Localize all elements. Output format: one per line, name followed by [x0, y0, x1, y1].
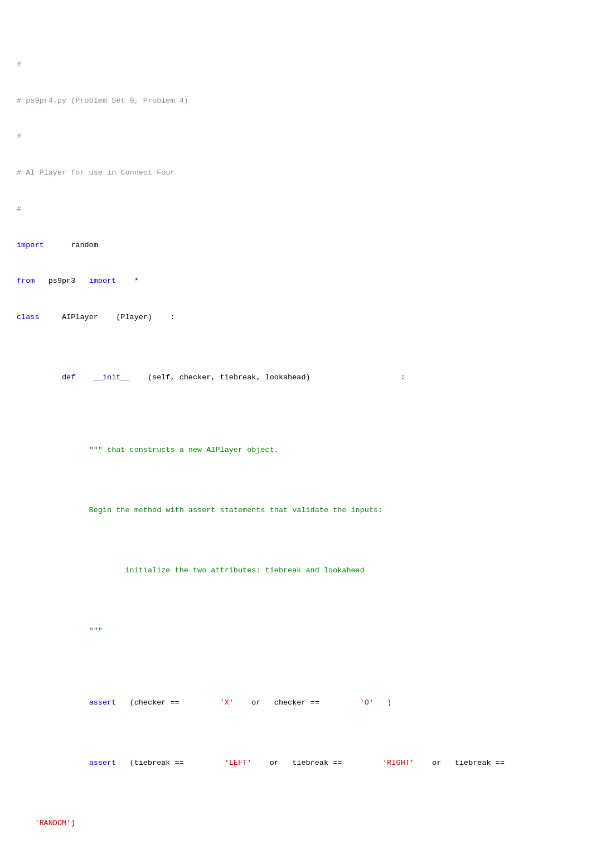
def-keyword: def — [62, 373, 75, 382]
line-14: assert (checker == 'X' or checker == 'O'… — [17, 685, 575, 721]
line-8: class AIPlayer (Player) : — [17, 311, 575, 324]
assert-keyword2: assert — [89, 759, 117, 767]
from-keyword: from — [17, 277, 35, 285]
comment: # AI Player for use in Connect Four — [17, 168, 175, 177]
line-2: # ps9pr4.py (Problem Set 9, Problem 4) — [17, 95, 575, 107]
line-13: """ — [17, 613, 575, 649]
code-editor: # # ps9pr4.py (Problem Set 9, Problem 4)… — [17, 22, 575, 868]
line-11: Begin the method with assert statements … — [17, 492, 575, 528]
docstring-body2: initialize the two attributes: tiebreak … — [35, 566, 364, 575]
line-9: def __init__ (self, checker, tiebreak, l… — [17, 360, 575, 396]
string-x: 'X' — [220, 698, 234, 707]
init-func: __init__ — [94, 373, 130, 382]
line-10: """ that constructs a new AIPlayer objec… — [17, 432, 575, 468]
string-left: 'LEFT' — [225, 759, 252, 767]
comment: # ps9pr4.py (Problem Set 9, Problem 4) — [17, 97, 188, 105]
line-6: import random — [17, 239, 575, 252]
string-o: 'O' — [360, 698, 373, 707]
line-12: initialize the two attributes: tiebreak … — [17, 552, 575, 589]
string-random: 'RANDOM' — [35, 819, 71, 827]
line-1: # — [17, 59, 575, 71]
line-4: # AI Player for use in Connect Four — [17, 167, 575, 179]
import-keyword: import — [17, 241, 44, 249]
docstring-close: """ — [35, 626, 103, 635]
assert-keyword1: assert — [89, 698, 117, 707]
comment: # — [17, 60, 21, 69]
line-16: 'RANDOM') — [17, 806, 575, 842]
docstring-open: """ that constructs a new AIPlayer objec… — [89, 446, 279, 454]
line-5: # — [17, 203, 575, 215]
import-keyword2: import — [89, 277, 117, 285]
line-7: from ps9pr3 import * — [17, 275, 575, 287]
parent-class: Player — [120, 313, 148, 321]
comment: # — [17, 132, 21, 141]
class-name: AIPlayer — [62, 313, 98, 321]
line-3: # — [17, 131, 575, 143]
docstring-body1: Begin the method with assert statements … — [35, 506, 382, 514]
line-15: assert (tiebreak == 'LEFT' or tiebreak =… — [17, 745, 575, 782]
string-right: 'RIGHT' — [382, 759, 414, 767]
comment: # — [17, 205, 21, 213]
class-keyword: class — [17, 313, 40, 321]
